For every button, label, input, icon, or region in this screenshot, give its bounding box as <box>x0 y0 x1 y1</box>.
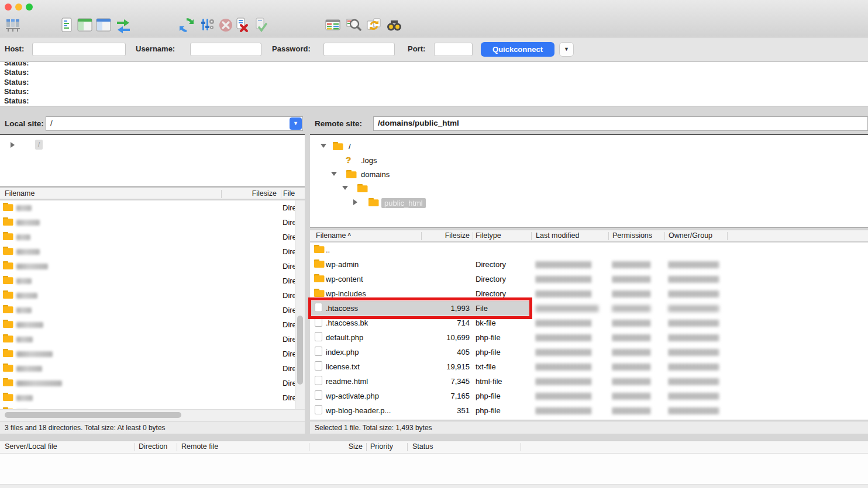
remote-col-last-modified[interactable]: Last modified <box>536 231 600 240</box>
remote-file-row-license.txt[interactable]: license.txt19,915txt-file <box>310 359 868 374</box>
remote-file-row-readme.html[interactable]: readme.html7,345html-file <box>310 374 868 389</box>
close-window-button[interactable] <box>5 4 12 11</box>
local-file-row[interactable]: Directory <box>0 259 305 274</box>
local-hscroll-thumb[interactable] <box>5 412 181 418</box>
remote-col-filesize[interactable]: Filesize <box>427 231 470 240</box>
redacted-filename <box>16 380 62 386</box>
local-file-row[interactable]: Directory <box>0 274 305 288</box>
title-bar <box>0 0 868 37</box>
remote-file-row-index.php[interactable]: index.php405php-file <box>310 345 868 359</box>
local-col-filetype[interactable]: Filetype <box>283 189 295 198</box>
queue-col-status[interactable]: Status <box>412 442 447 451</box>
zoom-window-button[interactable] <box>26 4 33 11</box>
quickconnect-dropdown-button[interactable]: ▼ <box>559 42 574 57</box>
local-horizontal-scrollbar[interactable] <box>0 409 305 421</box>
local-file-row[interactable]: Directory <box>0 215 305 230</box>
message-log-toggle-icon[interactable] <box>58 17 75 33</box>
local-file-row[interactable]: Directory <box>0 303 305 317</box>
local-col-filename[interactable]: Filename <box>5 189 35 198</box>
local-file-row[interactable]: Directory <box>0 361 305 376</box>
remote-file-row-wp-admin[interactable]: wp-adminDirectory <box>310 257 868 272</box>
synchronized-browsing-icon[interactable] <box>366 17 382 33</box>
local-site-dropdown-button[interactable]: ▼ <box>290 117 302 130</box>
remote-tree-item-redacted[interactable] <box>310 183 868 197</box>
quickconnect-button[interactable]: Quickconnect <box>481 42 554 57</box>
reconnect-icon[interactable] <box>253 17 269 33</box>
remote-file-row-wp-includes[interactable]: wp-includesDirectory <box>310 286 868 301</box>
local-file-row[interactable]: Directory <box>0 390 305 405</box>
remote-site-field[interactable]: /domains/public_html <box>373 116 868 131</box>
filetype-cell: Directory <box>283 335 295 344</box>
local-file-row[interactable]: Directory <box>0 317 305 332</box>
minimize-window-button[interactable] <box>15 4 22 11</box>
local-file-row[interactable]: Directory <box>0 376 305 390</box>
filetype-cell: php-file <box>476 333 501 342</box>
local-site-field[interactable]: / ▼ <box>46 116 303 131</box>
local-file-row[interactable]: Directory <box>0 200 305 215</box>
remote-file-row-wp-activate.php[interactable]: wp-activate.php7,165php-file <box>310 389 868 403</box>
remote-col-filename[interactable]: Filename ^ <box>316 231 392 240</box>
filetype-cell: txt-file <box>476 362 496 371</box>
local-col-filesize[interactable]: Filesize <box>233 189 277 198</box>
remote-col-owner-group[interactable]: Owner/Group <box>669 231 724 240</box>
disconnect-icon[interactable] <box>234 17 250 33</box>
remote-tree-toggle-icon[interactable] <box>95 17 112 33</box>
expand-arrow-icon[interactable] <box>11 142 15 148</box>
collapse-arrow-icon[interactable] <box>331 172 337 176</box>
local-file-row[interactable]: Directory <box>0 332 305 347</box>
redacted-owner-group <box>669 364 719 371</box>
remote-tree-item-/[interactable]: / <box>310 141 868 155</box>
collapse-arrow-icon[interactable] <box>342 186 348 190</box>
filename-cell: .htaccess <box>326 304 358 313</box>
remote-file-row-.htaccess.bk[interactable]: .htaccess.bk714bk-file <box>310 316 868 330</box>
remote-file-row-..[interactable]: .. <box>310 243 868 257</box>
redacted-permissions <box>612 290 651 297</box>
remote-col-filetype[interactable]: Filetype <box>476 231 528 240</box>
remote-file-row-.htaccess[interactable]: .htaccess1,993File <box>310 301 868 316</box>
queue-col-priority[interactable]: Priority <box>370 442 402 451</box>
remote-file-row-default.php[interactable]: default.php10,699php-file <box>310 330 868 345</box>
local-vscroll-thumb[interactable] <box>297 316 303 385</box>
cancel-operation-icon[interactable] <box>218 17 234 33</box>
expand-arrow-icon[interactable] <box>353 199 357 205</box>
local-vertical-scrollbar[interactable] <box>295 200 305 409</box>
remote-tree-item-public_html[interactable]: public_html <box>310 197 868 211</box>
local-file-row[interactable]: Directory <box>0 405 305 409</box>
queue-col-server-local-file[interactable]: Server/Local file <box>5 442 122 451</box>
folder-icon <box>368 198 379 207</box>
filesize-cell: 714 <box>404 319 470 327</box>
transfer-queue-toggle-icon[interactable] <box>115 17 132 33</box>
find-files-icon[interactable] <box>386 17 402 33</box>
process-queue-icon[interactable] <box>199 17 215 33</box>
remote-tree-item-domains[interactable]: domains <box>310 169 868 183</box>
local-file-row[interactable]: Directory <box>0 244 305 259</box>
port-input[interactable] <box>434 43 473 56</box>
directory-comparison-icon[interactable] <box>345 17 361 33</box>
filetype-cell: Directory <box>476 260 506 269</box>
redacted-owner-group <box>669 378 719 385</box>
local-site-label: Local site: <box>5 119 44 128</box>
remote-file-row-wp-content[interactable]: wp-contentDirectory <box>310 272 868 286</box>
local-tree-toggle-icon[interactable] <box>77 17 93 33</box>
redacted-permissions <box>612 393 651 400</box>
remote-file-row-wp-blog-header.p...[interactable]: wp-blog-header.p...351php-file <box>310 403 868 418</box>
remote-col-permissions[interactable]: Permissions <box>612 231 662 240</box>
filetype-cell: php-file <box>476 392 501 400</box>
directory-listing-icon[interactable] <box>325 17 341 33</box>
refresh-icon[interactable] <box>178 17 195 33</box>
queue-col-direction[interactable]: Direction <box>139 442 174 451</box>
password-input[interactable] <box>323 43 395 56</box>
redacted-filename <box>16 322 43 328</box>
remote-tree-item-.logs[interactable]: ?.logs <box>310 155 868 169</box>
username-input[interactable] <box>190 43 261 56</box>
queue-col-remote-file[interactable]: Remote file <box>181 442 252 451</box>
filesize-cell: 7,165 <box>404 392 470 400</box>
local-tree-item-root[interactable]: / <box>0 140 305 154</box>
queue-col-size[interactable]: Size <box>319 442 363 451</box>
local-file-row[interactable]: Directory <box>0 230 305 244</box>
local-file-row[interactable]: Directory <box>0 288 305 303</box>
local-file-row[interactable]: Directory <box>0 347 305 361</box>
site-manager-icon[interactable] <box>5 17 21 33</box>
collapse-arrow-icon[interactable] <box>321 144 326 148</box>
host-input[interactable] <box>32 43 126 56</box>
